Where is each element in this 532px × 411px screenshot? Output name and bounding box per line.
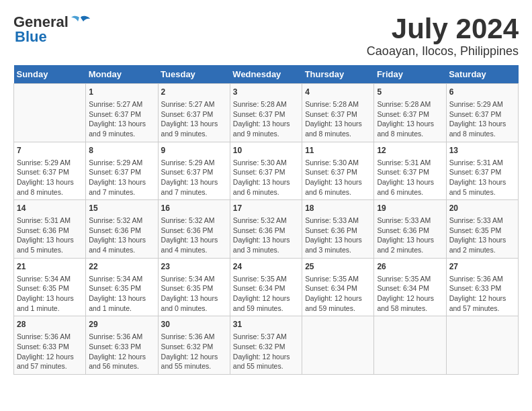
day-info-line: Sunset: 6:35 PM bbox=[17, 283, 83, 293]
day-info-line: Sunset: 6:35 PM bbox=[161, 283, 227, 293]
calendar-cell: 3Sunrise: 5:28 AMSunset: 6:37 PMDaylight… bbox=[230, 84, 302, 142]
calendar-header-row: SundayMondayTuesdayWednesdayThursdayFrid… bbox=[14, 65, 519, 84]
day-info-line: and 6 minutes. bbox=[305, 187, 371, 197]
calendar-cell: 28Sunrise: 5:36 AMSunset: 6:33 PMDayligh… bbox=[14, 316, 86, 375]
day-info-line: Sunrise: 5:36 AM bbox=[89, 332, 154, 342]
day-info-line: Daylight: 13 hours bbox=[377, 235, 443, 245]
day-info-line: Sunset: 6:37 PM bbox=[233, 109, 299, 120]
day-info-line: Daylight: 13 hours bbox=[305, 177, 371, 187]
day-info-line: and 1 minute. bbox=[89, 304, 154, 314]
weekday-header-tuesday: Tuesday bbox=[158, 65, 230, 84]
day-info-line: Sunrise: 5:29 AM bbox=[17, 158, 83, 168]
day-info-line: Sunset: 6:37 PM bbox=[305, 109, 371, 120]
day-info-line: Sunset: 6:33 PM bbox=[17, 342, 83, 352]
day-info-line: and 3 minutes. bbox=[233, 245, 299, 255]
weekday-header-saturday: Saturday bbox=[446, 65, 518, 84]
calendar-cell: 6Sunrise: 5:29 AMSunset: 6:37 PMDaylight… bbox=[446, 84, 518, 142]
day-info-line: Sunrise: 5:31 AM bbox=[377, 158, 443, 168]
day-info-line: Sunrise: 5:30 AM bbox=[305, 158, 371, 168]
calendar-cell: 23Sunrise: 5:34 AMSunset: 6:35 PMDayligh… bbox=[158, 258, 230, 316]
day-number: 8 bbox=[89, 145, 154, 156]
day-info-line: and 8 minutes. bbox=[17, 187, 83, 197]
day-info-line: and 8 minutes. bbox=[305, 129, 371, 139]
calendar-cell: 5Sunrise: 5:28 AMSunset: 6:37 PMDaylight… bbox=[374, 84, 446, 142]
day-info-line: Sunrise: 5:35 AM bbox=[305, 274, 371, 284]
day-info-line: Daylight: 12 hours bbox=[305, 293, 371, 304]
calendar-cell: 26Sunrise: 5:35 AMSunset: 6:34 PMDayligh… bbox=[374, 258, 446, 316]
day-info-line: and 57 minutes. bbox=[449, 304, 515, 314]
day-info-line: Sunrise: 5:34 AM bbox=[161, 274, 227, 284]
day-info-line: Sunrise: 5:32 AM bbox=[233, 216, 299, 226]
day-info-line: Daylight: 13 hours bbox=[17, 177, 83, 187]
calendar-cell: 25Sunrise: 5:35 AMSunset: 6:34 PMDayligh… bbox=[302, 258, 374, 316]
day-number: 30 bbox=[161, 319, 227, 330]
calendar-cell: 19Sunrise: 5:33 AMSunset: 6:36 PMDayligh… bbox=[374, 200, 446, 259]
calendar-cell bbox=[302, 316, 374, 375]
day-info-line: Sunset: 6:37 PM bbox=[449, 109, 515, 120]
day-info-line: Sunrise: 5:32 AM bbox=[89, 216, 154, 226]
day-info-line: Daylight: 13 hours bbox=[17, 293, 83, 304]
day-number: 24 bbox=[233, 261, 299, 273]
day-info-line: Sunset: 6:32 PM bbox=[161, 342, 227, 352]
day-info-line: Sunset: 6:36 PM bbox=[377, 226, 443, 236]
day-info-line: Sunrise: 5:33 AM bbox=[305, 216, 371, 226]
weekday-header-wednesday: Wednesday bbox=[230, 65, 302, 84]
day-number: 28 bbox=[17, 319, 83, 330]
day-number: 19 bbox=[377, 203, 443, 214]
day-info-line: and 55 minutes. bbox=[161, 361, 227, 371]
day-number: 31 bbox=[233, 319, 299, 330]
day-info-line: Sunset: 6:32 PM bbox=[233, 342, 299, 352]
day-number: 12 bbox=[377, 145, 443, 156]
calendar-cell: 4Sunrise: 5:28 AMSunset: 6:37 PMDaylight… bbox=[302, 84, 374, 142]
day-info-line: Daylight: 13 hours bbox=[305, 119, 371, 129]
day-info-line: Sunrise: 5:33 AM bbox=[377, 216, 443, 226]
day-info-line: Sunset: 6:35 PM bbox=[89, 283, 154, 293]
day-info-line: Sunset: 6:37 PM bbox=[17, 167, 83, 177]
day-info-line: and 55 minutes. bbox=[233, 361, 299, 371]
day-info-line: Daylight: 13 hours bbox=[449, 177, 515, 187]
day-info-line: and 4 minutes. bbox=[89, 245, 154, 255]
calendar-cell bbox=[446, 316, 518, 375]
day-info-line: Daylight: 12 hours bbox=[17, 352, 83, 362]
day-info-line: Daylight: 13 hours bbox=[161, 119, 227, 129]
day-info-line: and 6 minutes. bbox=[377, 187, 443, 197]
day-info-line: Sunset: 6:37 PM bbox=[161, 167, 227, 177]
calendar-cell: 14Sunrise: 5:31 AMSunset: 6:36 PMDayligh… bbox=[14, 200, 86, 259]
calendar-cell: 24Sunrise: 5:35 AMSunset: 6:34 PMDayligh… bbox=[230, 258, 302, 316]
title-area: July 2024 Caoayan, Ilocos, Philippines bbox=[367, 13, 519, 58]
calendar-cell: 2Sunrise: 5:27 AMSunset: 6:37 PMDaylight… bbox=[158, 84, 230, 142]
day-info-line: Daylight: 12 hours bbox=[89, 352, 154, 362]
day-number: 5 bbox=[377, 87, 443, 98]
logo-bird-icon bbox=[71, 15, 90, 30]
day-info-line: Daylight: 13 hours bbox=[161, 293, 227, 304]
day-info-line: Sunrise: 5:31 AM bbox=[17, 216, 83, 226]
day-info-line: Daylight: 12 hours bbox=[161, 352, 227, 362]
day-info-line: Sunset: 6:37 PM bbox=[305, 167, 371, 177]
day-number: 2 bbox=[161, 87, 227, 98]
day-info-line: Sunrise: 5:36 AM bbox=[17, 332, 83, 342]
day-info-line: Sunrise: 5:32 AM bbox=[161, 216, 227, 226]
calendar-cell: 15Sunrise: 5:32 AMSunset: 6:36 PMDayligh… bbox=[86, 200, 158, 259]
day-info-line: Sunset: 6:36 PM bbox=[161, 226, 227, 236]
calendar-cell: 13Sunrise: 5:31 AMSunset: 6:37 PMDayligh… bbox=[446, 142, 518, 200]
day-number: 4 bbox=[305, 87, 371, 98]
calendar-cell: 10Sunrise: 5:30 AMSunset: 6:37 PMDayligh… bbox=[230, 142, 302, 200]
day-number: 27 bbox=[449, 261, 515, 273]
day-info-line: Sunrise: 5:28 AM bbox=[377, 99, 443, 109]
day-info-line: Sunset: 6:34 PM bbox=[377, 283, 443, 293]
calendar-cell: 17Sunrise: 5:32 AMSunset: 6:36 PMDayligh… bbox=[230, 200, 302, 259]
day-info-line: Sunrise: 5:29 AM bbox=[89, 158, 154, 168]
day-info-line: Sunset: 6:33 PM bbox=[449, 283, 515, 293]
day-number: 18 bbox=[305, 203, 371, 214]
day-info-line: Sunrise: 5:35 AM bbox=[377, 274, 443, 284]
day-info-line: Daylight: 13 hours bbox=[89, 119, 154, 129]
calendar-cell: 9Sunrise: 5:29 AMSunset: 6:37 PMDaylight… bbox=[158, 142, 230, 200]
day-info-line: and 2 minutes. bbox=[449, 245, 515, 255]
day-info-line: Sunset: 6:37 PM bbox=[89, 167, 154, 177]
day-number: 6 bbox=[449, 87, 515, 98]
day-info-line: Sunrise: 5:37 AM bbox=[233, 332, 299, 342]
day-info-line: Daylight: 13 hours bbox=[377, 177, 443, 187]
day-info-line: Sunset: 6:37 PM bbox=[377, 109, 443, 120]
day-info-line: Daylight: 13 hours bbox=[161, 177, 227, 187]
day-info-line: Daylight: 13 hours bbox=[89, 177, 154, 187]
